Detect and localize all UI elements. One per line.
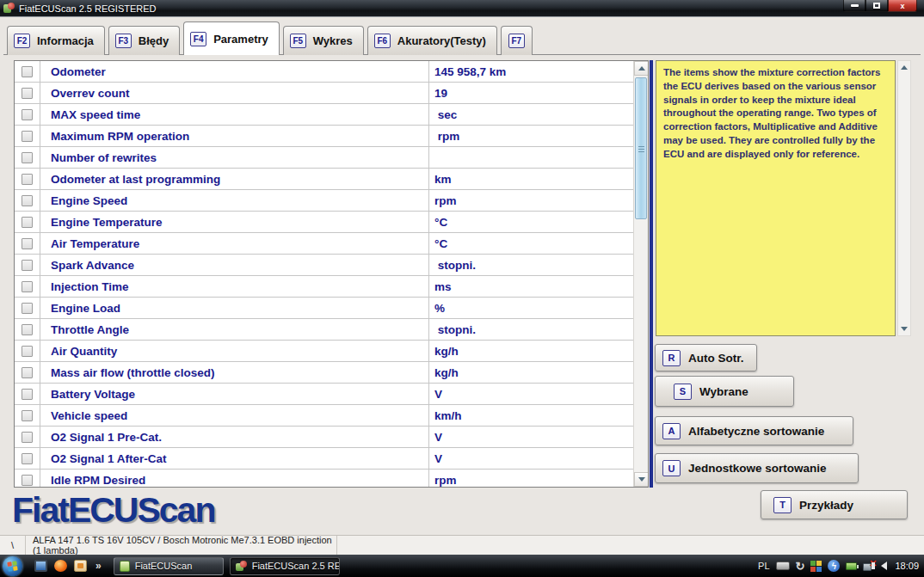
parameter-value: kg/h (428, 341, 633, 361)
row-checkbox[interactable] (22, 195, 33, 206)
row-checkbox[interactable] (22, 389, 33, 400)
parameter-name: Maximum RPM operation (40, 130, 428, 143)
row-checkbox[interactable] (22, 281, 33, 292)
tab-akuratory[interactable]: F6 Akuratory(Testy) (367, 26, 497, 55)
taskbar-button-fiatecuscan[interactable]: FiatECUScan (114, 557, 224, 575)
restore-button[interactable] (865, 0, 888, 12)
tab-parametry[interactable]: F4 Parametry (183, 21, 280, 55)
table-row[interactable]: Maximum RPM operation rpm (15, 126, 633, 147)
row-checkbox[interactable] (22, 66, 33, 77)
row-checkbox[interactable] (22, 410, 33, 421)
parameter-name: Air Temperature (40, 237, 428, 250)
table-vertical-scrollbar[interactable] (633, 61, 648, 487)
table-row[interactable]: Spark Advance stopni. (15, 255, 633, 276)
infobox-scroll-up[interactable] (898, 61, 910, 74)
table-row[interactable]: Overrev count 19 (15, 83, 633, 104)
mail-icon[interactable] (74, 560, 87, 572)
u-key-badge: U (662, 460, 681, 476)
parameter-name: O2 Signal 1 Pre-Cat. (40, 431, 428, 444)
parameter-value: V (428, 427, 633, 447)
row-checkbox[interactable] (22, 324, 33, 335)
tab-f7[interactable]: F7 (501, 26, 533, 55)
table-row[interactable]: Vehicle speed km/h (15, 405, 633, 427)
infobox-scroll-down[interactable] (898, 322, 910, 335)
table-row[interactable]: MAX speed time sec (15, 104, 633, 126)
sync-icon[interactable]: ↻ (796, 560, 805, 573)
row-checkbox[interactable] (22, 131, 33, 142)
table-row[interactable]: Odometer at last programming km (15, 169, 633, 190)
language-indicator[interactable]: PL (758, 561, 769, 571)
scroll-down-button[interactable] (634, 472, 649, 487)
table-row[interactable]: Air Temperature °C (15, 233, 633, 255)
examples-button[interactable]: T Przykłady (761, 490, 908, 519)
table-row[interactable]: Engine Load % (15, 298, 633, 319)
table-row[interactable]: Number of rewrites (15, 147, 633, 169)
row-checkbox[interactable] (22, 238, 33, 249)
table-row[interactable]: Engine Temperature °C (15, 212, 633, 233)
row-checkbox[interactable] (22, 109, 33, 120)
firefox-icon[interactable] (54, 560, 67, 572)
clock[interactable]: 18:09 (895, 561, 919, 571)
row-checkbox[interactable] (22, 174, 33, 185)
close-button[interactable]: x (888, 0, 917, 12)
row-checkbox[interactable] (22, 152, 33, 163)
row-checkbox[interactable] (22, 453, 33, 464)
parameter-value: °C (428, 233, 633, 254)
unit-sort-button[interactable]: U Jednostkowe sortowanie (655, 453, 859, 483)
table-row[interactable]: Idle RPM Desired rpm (15, 470, 633, 488)
parameters-table: Odometer 145 958,7 km Overrev count 19 M… (14, 60, 649, 488)
selected-button[interactable]: S Wybrane (655, 376, 794, 407)
parameter-rows: Odometer 145 958,7 km Overrev count 19 M… (15, 61, 633, 488)
tab-bar: F2 Informacja F3 Błędy F4 Parametry F5 W… (7, 21, 536, 55)
scroll-up-button[interactable] (634, 61, 649, 76)
f6-key-badge: F6 (374, 34, 391, 48)
taskbar-button-fiatecuscan-25[interactable]: FiatECUScan 2.5 RE... (230, 557, 340, 575)
table-row[interactable]: Battery Voltage V (15, 384, 633, 405)
row-checkbox[interactable] (22, 346, 33, 357)
infobox-scrollbar[interactable] (897, 60, 911, 336)
parameter-name: Overrev count (40, 87, 428, 100)
tab-bledy[interactable]: F3 Błędy (108, 26, 180, 55)
t-key-badge: T (773, 497, 792, 513)
row-checkbox[interactable] (22, 260, 33, 271)
tray-app-grid-icon[interactable] (810, 561, 822, 572)
table-row[interactable]: Engine Speed rpm (15, 190, 633, 212)
tab-informacja[interactable]: F2 Informacja (7, 26, 105, 55)
table-row[interactable]: Mass air flow (throttle closed) kg/h (15, 362, 633, 384)
start-button[interactable] (3, 556, 22, 576)
row-checkbox[interactable] (22, 303, 33, 314)
show-desktop-icon[interactable] (34, 560, 47, 572)
row-checkbox[interactable] (22, 475, 33, 486)
table-row[interactable]: Air Quantity kg/h (15, 341, 633, 362)
parameter-name: MAX speed time (40, 108, 428, 121)
table-row[interactable]: O2 Signal 1 Pre-Cat. V (15, 427, 633, 448)
battery-icon[interactable] (846, 562, 857, 570)
parameter-value (428, 147, 633, 168)
keyboard-layout-icon[interactable] (776, 562, 790, 570)
window-titlebar: FiatECUScan 2.5 REGISTERED x (0, 0, 924, 16)
auto-sort-button[interactable]: R Auto Sotr. (655, 344, 757, 371)
parameter-value: rpm (428, 190, 633, 211)
quick-launch-overflow-chevron[interactable]: » (95, 560, 102, 572)
table-row[interactable]: O2 Signal 1 After-Cat V (15, 448, 633, 470)
row-checkbox[interactable] (22, 217, 33, 228)
parameter-value: rpm (428, 126, 633, 146)
fiatecuscan-logo: FiatECUScan (12, 490, 214, 531)
row-checkbox[interactable] (22, 367, 33, 378)
table-row[interactable]: Throttle Angle stopni. (15, 319, 633, 341)
volume-icon[interactable] (881, 562, 887, 570)
a-key-badge: A (662, 423, 681, 439)
alphabetic-sort-button[interactable]: A Alfabetyczne sortowanie (655, 416, 853, 445)
parameter-value: km/h (428, 405, 633, 426)
windows-flag-icon (7, 561, 17, 571)
tab-wykres[interactable]: F5 Wykres (283, 26, 364, 55)
row-checkbox[interactable] (22, 432, 33, 443)
scrollbar-thumb[interactable] (635, 77, 647, 219)
f5-key-badge: F5 (290, 34, 306, 48)
table-row[interactable]: Injection Time ms (15, 276, 633, 298)
minimize-button[interactable] (843, 0, 865, 12)
table-row[interactable]: Odometer 145 958,7 km (15, 61, 633, 83)
screen: FiatECUScan 2.5 REGISTERED x F2 Informac… (0, 0, 924, 577)
tray-bolt-icon[interactable]: ϟ (828, 560, 840, 572)
row-checkbox[interactable] (22, 88, 33, 99)
